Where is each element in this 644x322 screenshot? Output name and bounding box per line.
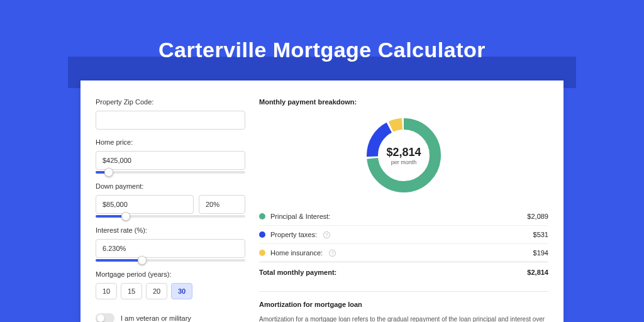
legend-dot [259,231,265,238]
donut-center-amount: $2,814 [386,146,421,159]
payment-donut-chart: $2,814 per month [363,114,445,196]
legend-value: $2,089 [527,213,548,220]
rate-row: Interest rate (%): [96,226,250,262]
legend-dot [259,250,265,256]
legend-label: Principal & Interest: [270,213,330,220]
period-row: Mortgage period (years): 10152030 [96,270,250,299]
down-slider-thumb[interactable] [121,212,130,221]
zip-row: Property Zip Code: [96,98,250,130]
down-slider[interactable] [96,215,245,218]
toggle-knob [97,314,104,322]
legend-dot [259,213,265,219]
legend-value: $531 [533,231,548,238]
price-input[interactable] [96,151,245,170]
total-row: Total monthly payment: $2,814 [259,262,548,282]
amortization-title: Amortization for mortgage loan [259,301,548,308]
page-title: Carterville Mortgage Calculator [0,38,644,62]
rate-slider-thumb[interactable] [138,256,147,265]
veteran-label: I am veteran or military [121,314,191,322]
down-amount-input[interactable] [96,195,194,214]
legend-row: Home insurance:?$194 [259,244,548,262]
price-row: Home price: [96,138,250,174]
zip-input[interactable] [96,111,245,130]
breakdown-title: Monthly payment breakdown: [259,98,548,106]
breakdown-panel: Monthly payment breakdown: $2,814 per mo… [250,80,564,322]
period-btn-10[interactable]: 10 [96,283,117,299]
legend-list: Principal & Interest:$2,089Property taxe… [259,208,548,262]
price-slider-thumb[interactable] [104,168,113,177]
donut-center-sub: per month [391,159,417,165]
legend-row: Property taxes:?$531 [259,226,548,244]
legend-value: $194 [533,249,548,257]
rate-input[interactable] [96,239,245,258]
period-btn-20[interactable]: 20 [146,283,167,299]
amortization-text: Amortization for a mortgage loan refers … [259,314,548,322]
rate-slider[interactable] [96,259,245,262]
price-slider[interactable] [96,171,245,174]
down-percent-input[interactable] [199,195,245,214]
info-icon[interactable]: ? [329,250,336,257]
total-value: $2,814 [527,269,548,276]
period-label: Mortgage period (years): [96,270,250,278]
legend-label: Home insurance: [270,249,323,257]
amortization-section: Amortization for mortgage loan Amortizat… [259,291,548,322]
rate-label: Interest rate (%): [96,226,250,234]
period-btn-30[interactable]: 30 [171,283,192,299]
legend-row: Principal & Interest:$2,089 [259,208,548,226]
total-label: Total monthly payment: [259,269,336,276]
calculator-card: Property Zip Code: Home price: Down paym… [80,80,564,322]
legend-label: Property taxes: [270,231,317,238]
zip-label: Property Zip Code: [96,98,250,106]
down-row: Down payment: [96,182,250,218]
down-label: Down payment: [96,182,250,190]
period-buttons: 10152030 [96,283,250,299]
veteran-row: I am veteran or military [96,313,250,322]
input-panel: Property Zip Code: Home price: Down paym… [80,80,250,322]
veteran-toggle[interactable] [96,313,114,322]
period-btn-15[interactable]: 15 [121,283,142,299]
rate-slider-fill [96,259,142,262]
info-icon[interactable]: ? [323,231,330,238]
price-label: Home price: [96,138,250,146]
